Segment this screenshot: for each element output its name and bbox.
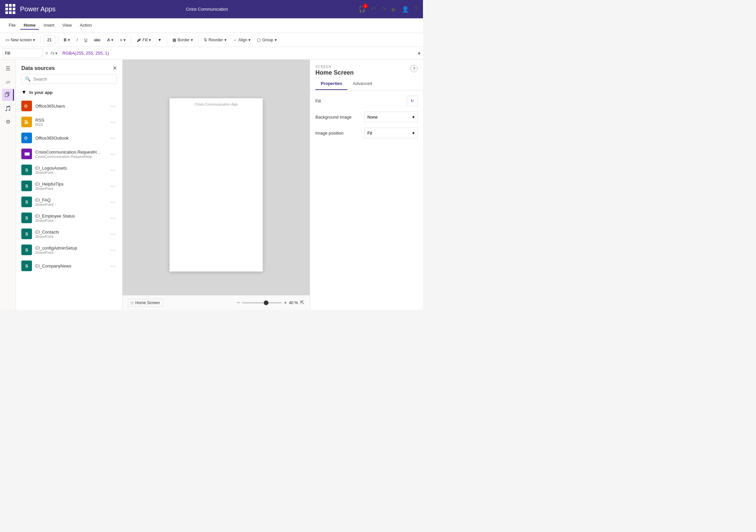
- formula-expand-icon[interactable]: ▾: [418, 51, 420, 56]
- sharepoint-icon-2: S: [21, 181, 32, 191]
- item-more-button[interactable]: ⋯: [109, 150, 117, 159]
- menu-view[interactable]: View: [59, 21, 75, 30]
- chevron-down-icon-reorder: ▾: [224, 38, 226, 42]
- waffle-icon[interactable]: [5, 4, 16, 15]
- screen-label-box[interactable]: □ Home Screen: [128, 299, 163, 307]
- menu-insert[interactable]: Insert: [40, 21, 58, 30]
- group-button[interactable]: ▢ Group ▾: [254, 36, 279, 44]
- rss-icon: [21, 117, 32, 127]
- item-name: RSS: [35, 118, 106, 123]
- new-screen-button[interactable]: ▭ New screen ▾: [3, 36, 38, 44]
- dropdown-btn[interactable]: ▼: [155, 36, 164, 44]
- strikethrough-button[interactable]: abc: [91, 36, 103, 44]
- help-icon[interactable]: ?: [414, 6, 418, 13]
- sharepoint-icon-7: S: [21, 261, 32, 271]
- zoom-expand-button[interactable]: ⇱: [300, 299, 304, 306]
- menu-file[interactable]: File: [5, 21, 19, 30]
- fx-button[interactable]: fx ▾: [51, 51, 57, 56]
- item-more-button[interactable]: ⋯: [109, 198, 117, 207]
- list-item[interactable]: S CI_Employee Status SharePoint - ⋯: [16, 210, 122, 226]
- left-icon-layers[interactable]: ▱: [2, 76, 14, 88]
- panel-close-button[interactable]: ✕: [113, 65, 117, 71]
- border-button[interactable]: ▦ Border ▾: [170, 36, 195, 44]
- list-item[interactable]: S CI_HelpfulTips SharePoint ⋯: [16, 178, 122, 194]
- panel-header: Data sources ✕: [16, 60, 122, 74]
- chevron-down-icon-pos: ▾: [412, 131, 415, 136]
- item-sub: SharePoint -: [35, 219, 106, 223]
- list-item[interactable]: S CI_FAQ SharePoint - ⋯: [16, 194, 122, 210]
- left-icon-data[interactable]: 🗍: [2, 89, 14, 101]
- tab-properties[interactable]: Properties: [315, 78, 347, 90]
- left-icon-menu[interactable]: ☰: [2, 62, 14, 74]
- list-item[interactable]: S CI_LogosAssets SharePoint - ⋯: [16, 162, 122, 178]
- search-box[interactable]: 🔍: [21, 74, 117, 84]
- item-more-button[interactable]: ⋯: [109, 166, 117, 175]
- sharepoint-icon-5: S: [21, 229, 32, 239]
- zoom-in-button[interactable]: +: [284, 300, 287, 306]
- data-sources-panel: Data sources ✕ 🔍 ▼ In your app O Office3…: [16, 60, 123, 310]
- search-input[interactable]: [33, 77, 113, 82]
- item-more-button[interactable]: ⋯: [109, 262, 117, 270]
- svg-text:⌨: ⌨: [24, 152, 30, 157]
- background-image-select[interactable]: None ▾: [364, 112, 418, 122]
- left-icon-controls[interactable]: ⚙: [2, 116, 14, 128]
- menu-action[interactable]: Action: [77, 21, 95, 30]
- right-panel: SCREEN Home Screen ? Properties Advanced…: [310, 60, 423, 310]
- section-title: In your app: [29, 90, 53, 95]
- list-item[interactable]: S CI_CompanyNews ⋯: [16, 258, 122, 274]
- item-more-button[interactable]: ⋯: [109, 230, 117, 239]
- list-item[interactable]: O Office365Outlook ⋯: [16, 130, 122, 146]
- item-more-button[interactable]: ⋯: [109, 182, 117, 191]
- play-icon[interactable]: ▶: [392, 6, 396, 13]
- formula-display[interactable]: RGBA(255, 255, 255, 1): [60, 51, 415, 56]
- undo-icon[interactable]: ↶: [371, 6, 376, 13]
- font-size-input[interactable]: 21: [43, 36, 55, 44]
- item-more-button[interactable]: ⋯: [109, 246, 117, 255]
- item-name: CI_FAQ: [35, 198, 106, 203]
- list-item[interactable]: S CI_Contacts SharePoint - ⋯: [16, 226, 122, 242]
- zoom-value: 40 %: [289, 300, 298, 305]
- equals-sign: =: [45, 51, 48, 56]
- item-more-button[interactable]: ⋯: [109, 118, 117, 127]
- list-item[interactable]: O Office365Users ⋯: [16, 98, 122, 114]
- list-item[interactable]: S CI_configAdminSetup SharePoint - ⋯: [16, 242, 122, 258]
- fill-color-button[interactable]: ↻: [407, 96, 418, 106]
- item-name: Office365Outlook: [35, 136, 106, 141]
- zoom-slider[interactable]: [242, 302, 282, 303]
- item-more-button[interactable]: ⋯: [109, 214, 117, 223]
- tab-advanced[interactable]: Advanced: [347, 78, 377, 90]
- canvas-area: Crisis Communication App □ Home Screen −…: [123, 60, 310, 310]
- item-name: CI_LogosAssets: [35, 166, 106, 171]
- account-icon[interactable]: 👤: [402, 6, 409, 13]
- item-more-button[interactable]: ⋯: [109, 102, 117, 111]
- bold-button[interactable]: B ▾: [61, 36, 73, 44]
- list-item[interactable]: ⌨ CrisisCommunication.RequestH... Crisis…: [16, 146, 122, 162]
- fill-button[interactable]: 🌶 Fill ▾: [134, 36, 154, 44]
- underline-button[interactable]: U: [82, 36, 90, 44]
- screen-section-label: SCREEN: [315, 65, 418, 69]
- help-button[interactable]: ?: [410, 65, 418, 72]
- slash-button[interactable]: /: [74, 36, 80, 44]
- right-panel-content: Fill ↻ Background image None ▾ Image pos…: [310, 90, 423, 310]
- zoom-out-button[interactable]: −: [237, 300, 240, 306]
- headset-icon[interactable]: 🎧 1: [358, 6, 366, 13]
- chevron-down-icon-align: ▾: [124, 38, 126, 42]
- reorder-icon: ⇅: [204, 38, 207, 42]
- sharepoint-icon-1: S: [21, 165, 32, 175]
- redo-icon[interactable]: ↷: [381, 6, 386, 13]
- list-item[interactable]: RSS RSS ⋯: [16, 114, 122, 130]
- item-more-button[interactable]: ⋯: [109, 134, 117, 143]
- image-position-select[interactable]: Fit ▾: [364, 128, 418, 138]
- left-icon-media[interactable]: 🎵: [2, 102, 14, 114]
- font-color-button[interactable]: A ▾: [104, 36, 116, 44]
- image-position-value: Fit: [367, 131, 372, 136]
- align-button[interactable]: ≡ ▾: [117, 36, 128, 44]
- section-header-in-app[interactable]: ▼ In your app: [16, 87, 122, 98]
- border-icon: ▦: [173, 38, 176, 42]
- menu-home[interactable]: Home: [20, 21, 39, 30]
- property-select[interactable]: Fill: [3, 49, 43, 58]
- reorder-button[interactable]: ⇅ Reorder ▾: [201, 36, 229, 44]
- align-tool-button[interactable]: ↔ Align ▾: [230, 36, 253, 44]
- separator-2: [58, 36, 58, 44]
- office365users-icon: O: [21, 101, 32, 111]
